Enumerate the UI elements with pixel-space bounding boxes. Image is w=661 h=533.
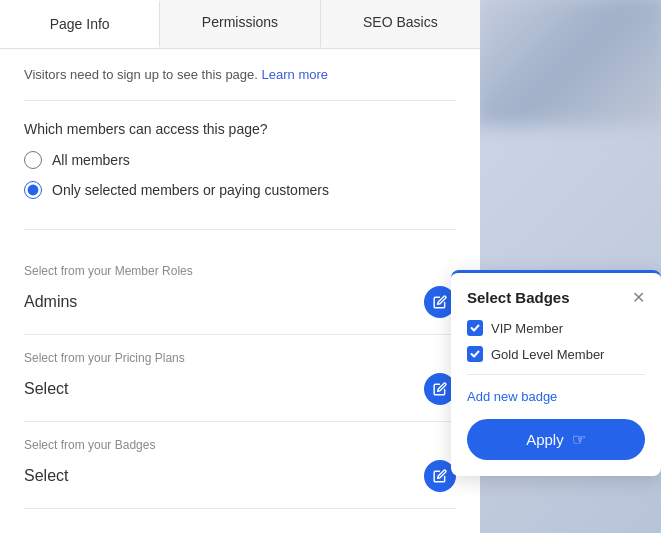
radio-group: All members Only selected members or pay…	[24, 151, 456, 230]
pricing-plans-section: Select from your Pricing Plans Select	[24, 335, 456, 422]
badge-item-vip[interactable]: VIP Member	[467, 320, 645, 336]
radio-selected-members-label: Only selected members or paying customer…	[52, 182, 329, 198]
badges-label: Select from your Badges	[24, 438, 456, 452]
learn-more-link[interactable]: Learn more	[262, 67, 328, 82]
close-badges-popup-button[interactable]: ✕	[632, 290, 645, 306]
member-roles-row: Admins	[24, 286, 456, 318]
badges-row: Select	[24, 460, 456, 492]
member-roles-section: Select from your Member Roles Admins	[24, 248, 456, 335]
radio-all-members-label: All members	[52, 152, 130, 168]
tab-permissions[interactable]: Permissions	[160, 0, 320, 48]
badges-popup-header: Select Badges ✕	[467, 289, 645, 306]
badge-item-gold[interactable]: Gold Level Member	[467, 346, 645, 362]
info-bar: Visitors need to sign up to see this pag…	[24, 67, 456, 101]
apply-button[interactable]: Apply ☞	[467, 419, 645, 460]
gold-member-checkbox[interactable]	[467, 346, 483, 362]
vip-member-checkbox[interactable]	[467, 320, 483, 336]
access-question: Which members can access this page?	[24, 121, 456, 137]
badges-popup-title: Select Badges	[467, 289, 570, 306]
tabs: Page Info Permissions SEO Basics	[0, 0, 480, 49]
edit-icon	[433, 469, 447, 483]
cursor-icon: ☞	[572, 430, 586, 449]
radio-selected-members[interactable]: Only selected members or paying customer…	[24, 181, 456, 199]
badges-section: Select from your Badges Select	[24, 422, 456, 509]
pricing-plans-row: Select	[24, 373, 456, 405]
tab-seo-basics[interactable]: SEO Basics	[321, 0, 480, 48]
gold-member-label: Gold Level Member	[491, 347, 604, 362]
close-icon: ✕	[632, 289, 645, 306]
badges-popup: Select Badges ✕ VIP Member Gold Level Me…	[451, 270, 661, 476]
add-new-badge-button[interactable]: Add new badge	[467, 389, 557, 404]
edit-icon	[433, 382, 447, 396]
pricing-plans-value: Select	[24, 380, 68, 398]
radio-all-members[interactable]: All members	[24, 151, 456, 169]
member-roles-label: Select from your Member Roles	[24, 264, 456, 278]
badges-value: Select	[24, 467, 68, 485]
check-icon	[470, 349, 480, 359]
pricing-plans-label: Select from your Pricing Plans	[24, 351, 456, 365]
vip-member-label: VIP Member	[491, 321, 563, 336]
member-roles-value: Admins	[24, 293, 77, 311]
tab-page-info[interactable]: Page Info	[0, 0, 160, 48]
content-area: Visitors need to sign up to see this pag…	[0, 49, 480, 527]
check-icon	[470, 323, 480, 333]
badge-divider	[467, 374, 645, 375]
right-panel-image	[480, 0, 661, 126]
edit-icon	[433, 295, 447, 309]
main-panel: Page Info Permissions SEO Basics Visitor…	[0, 0, 480, 533]
